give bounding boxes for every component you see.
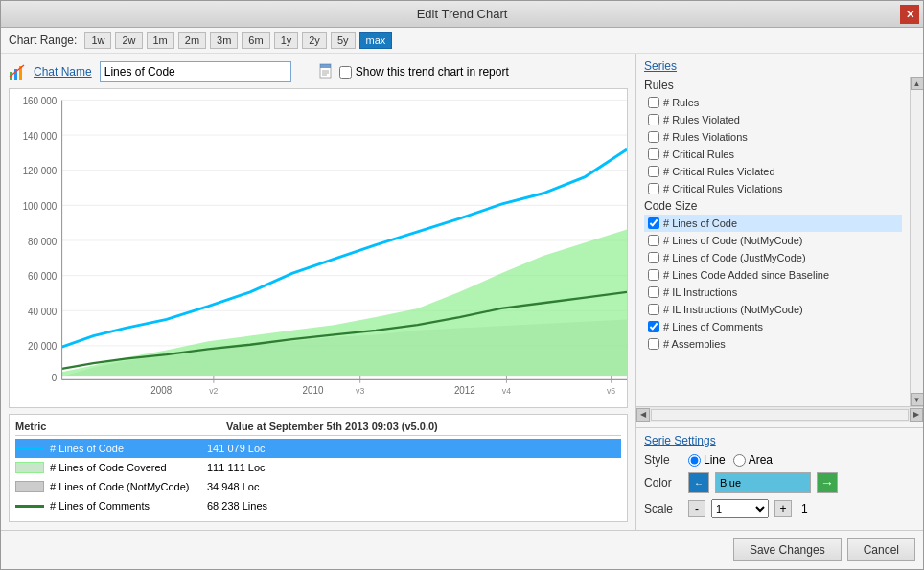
svg-text:60 000: 60 000 xyxy=(28,271,57,282)
document-icon xyxy=(318,63,335,80)
scroll-down-arrow[interactable]: ▼ xyxy=(911,393,924,406)
scale-plus-button[interactable]: + xyxy=(774,500,792,517)
legend-row-comments[interactable]: # Lines of Comments 68 238 Lines xyxy=(15,496,621,515)
checkbox-il-notmycode[interactable] xyxy=(648,304,659,315)
checkbox-loc-added[interactable] xyxy=(648,269,659,281)
checkbox-assemblies[interactable] xyxy=(648,338,659,350)
scale-minus-button[interactable]: - xyxy=(688,500,705,517)
label-il-instructions: # IL Instructions xyxy=(663,286,737,298)
show-in-report-checkbox[interactable] xyxy=(339,66,352,79)
checkbox-critical-rules-violated[interactable] xyxy=(648,166,659,177)
range-2y[interactable]: 2y xyxy=(302,32,327,49)
title-bar: Edit Trend Chart ✕ xyxy=(1,1,923,28)
legend-value-covered: 111 111 Loc xyxy=(207,462,266,473)
series-item-rules: # Rules xyxy=(644,94,902,111)
label-critical-rules-violations: # Critical Rules Violations xyxy=(663,183,783,194)
save-changes-button[interactable]: Save Changes xyxy=(733,538,842,561)
range-1y[interactable]: 1y xyxy=(274,32,299,49)
svg-text:40 000: 40 000 xyxy=(28,307,57,317)
legend-color-comments xyxy=(15,505,44,508)
svg-text:100 000: 100 000 xyxy=(23,201,58,212)
series-item-rules-violations: # Rules Violations xyxy=(644,128,902,146)
range-5y[interactable]: 5y xyxy=(331,32,356,49)
checkbox-il-instructions[interactable] xyxy=(648,286,659,298)
serie-settings-title: Serie Settings xyxy=(644,434,915,447)
legend-value-notmycode: 34 948 Loc xyxy=(207,481,259,492)
legend-label-loc: # Lines of Code xyxy=(50,443,124,454)
style-line-option[interactable]: Line xyxy=(688,453,726,467)
chart-name-input[interactable] xyxy=(100,61,291,82)
range-1m[interactable]: 1m xyxy=(147,32,174,49)
checkbox-loc[interactable] xyxy=(648,217,659,229)
series-item-rules-violated: # Rules Violated xyxy=(644,111,902,128)
range-label: Chart Range: xyxy=(9,34,77,47)
legend-color-covered xyxy=(15,462,44,473)
svg-text:v4: v4 xyxy=(502,386,511,396)
scroll-track xyxy=(911,90,924,393)
legend-row-notmycode[interactable]: # Lines of Code (NotMyCode) 34 948 Loc xyxy=(15,477,621,496)
legend-row-covered[interactable]: # Lines of Code Covered 111 111 Loc xyxy=(15,458,621,477)
label-rules-violated: # Rules Violated xyxy=(663,114,740,125)
checkbox-rules-violated[interactable] xyxy=(648,114,659,125)
h-scroll-left[interactable]: ◀ xyxy=(636,408,650,422)
cancel-button[interactable]: Cancel xyxy=(847,538,915,561)
checkbox-loc-notmycode[interactable] xyxy=(648,235,659,246)
svg-text:20 000: 20 000 xyxy=(28,341,57,352)
main-window: Edit Trend Chart ✕ Chart Range: 1w 2w 1m… xyxy=(0,0,924,570)
series-item-comments: # Lines of Comments xyxy=(644,318,902,335)
style-area-radio[interactable] xyxy=(733,454,746,467)
legend-value-header: Value at September 5th 2013 09:03 (v5.0.… xyxy=(226,421,438,432)
range-2w[interactable]: 2w xyxy=(115,32,142,49)
svg-text:2008: 2008 xyxy=(150,385,172,396)
checkbox-rules[interactable] xyxy=(648,97,659,108)
series-item-critical-rules: # Critical Rules xyxy=(644,146,902,163)
color-dropdown[interactable]: Blue xyxy=(715,472,811,493)
range-max[interactable]: max xyxy=(359,32,393,49)
style-area-option[interactable]: Area xyxy=(733,453,773,467)
checkbox-rules-violations[interactable] xyxy=(648,131,659,143)
series-item-il-instructions: # IL Instructions xyxy=(644,284,902,301)
label-comments: # Lines of Comments xyxy=(663,321,763,332)
series-item-critical-rules-violations: # Critical Rules Violations xyxy=(644,180,902,197)
range-2m[interactable]: 2m xyxy=(178,32,206,49)
svg-text:2012: 2012 xyxy=(454,385,475,396)
series-title: Series xyxy=(636,59,923,73)
label-il-notmycode: # IL Instructions (NotMyCode) xyxy=(663,304,803,315)
color-select[interactable]: Blue xyxy=(720,473,806,492)
label-loc-justmycode: # Lines of Code (JustMyCode) xyxy=(663,252,806,263)
checkbox-comments[interactable] xyxy=(648,321,659,332)
chart-area: 160 000 140 000 120 000 100 000 80 000 6… xyxy=(9,88,628,408)
close-button[interactable]: ✕ xyxy=(900,5,919,24)
h-scroll-right[interactable]: ▶ xyxy=(910,408,923,422)
checkbox-loc-justmycode[interactable] xyxy=(648,252,659,263)
style-area-label: Area xyxy=(749,453,773,467)
color-prev-button[interactable]: ← xyxy=(688,472,709,493)
scale-value-display: 1 xyxy=(801,502,808,515)
label-assemblies: # Assemblies xyxy=(663,338,726,350)
range-3m[interactable]: 3m xyxy=(210,32,238,49)
range-1w[interactable]: 1w xyxy=(84,32,111,49)
svg-text:2010: 2010 xyxy=(303,385,324,396)
chart-header: Chat Name Show this trend chart in repor… xyxy=(9,61,628,82)
series-group-codesize: Code Size xyxy=(644,199,902,213)
color-next-button[interactable]: → xyxy=(817,472,838,493)
style-line-radio[interactable] xyxy=(688,454,701,467)
style-label: Style xyxy=(644,453,682,467)
report-check-area: Show this trend chart in report xyxy=(318,63,509,80)
legend-row-loc[interactable]: # Lines of Code 141 079 Loc xyxy=(15,439,621,458)
scale-row: Scale - 1 2 5 10 + 1 xyxy=(644,499,915,518)
checkbox-critical-rules-violations[interactable] xyxy=(648,183,659,194)
checkbox-critical-rules[interactable] xyxy=(648,148,659,160)
svg-text:v2: v2 xyxy=(209,386,218,396)
scroll-up-arrow[interactable]: ▲ xyxy=(911,77,924,90)
serie-settings-section: Serie Settings Style Line Area xyxy=(636,427,923,530)
right-panel: Series Rules # Rules # Rules Violated xyxy=(635,54,923,530)
series-item-assemblies: # Assemblies xyxy=(644,335,902,353)
legend-color-notmycode xyxy=(15,481,44,492)
scale-label: Scale xyxy=(644,502,682,515)
horizontal-scrollbar: ◀ ▶ xyxy=(636,406,923,422)
scale-select[interactable]: 1 2 5 10 xyxy=(711,499,769,518)
chart-name-label: Chat Name xyxy=(34,65,92,79)
svg-text:140 000: 140 000 xyxy=(23,130,58,141)
range-6m[interactable]: 6m xyxy=(242,32,269,49)
